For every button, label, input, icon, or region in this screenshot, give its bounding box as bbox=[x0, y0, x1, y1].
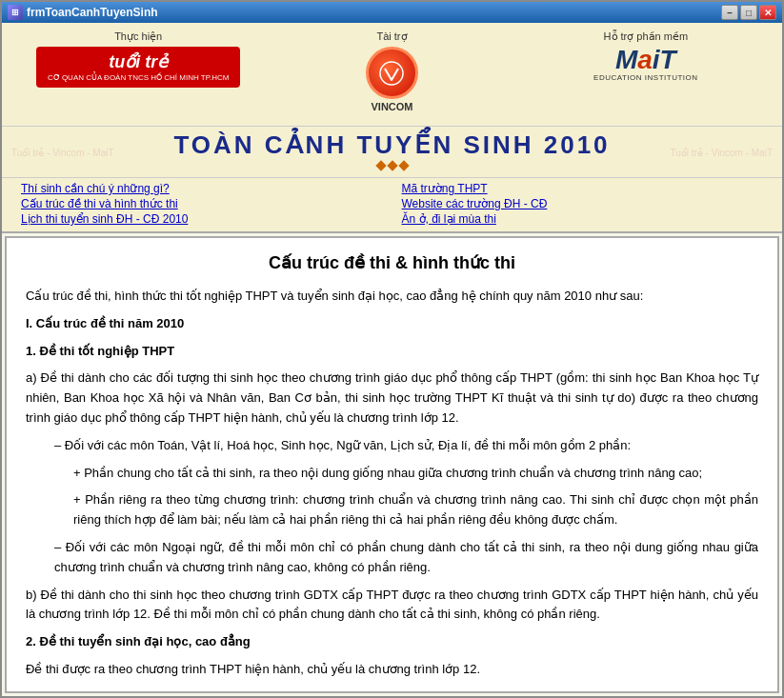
main-window: ⊞ frmToanCanhTuyenSinh – □ ✕ Thực hiện t… bbox=[0, 0, 784, 698]
nav-link-5[interactable]: Website các trường ĐH - CĐ bbox=[402, 197, 764, 210]
maximize-button[interactable]: □ bbox=[740, 5, 757, 20]
svg-point-0 bbox=[380, 62, 403, 85]
article-intro: Cấu trúc đề thi, hình thức thi tốt nghiệ… bbox=[26, 287, 758, 307]
section1-title: I. Cấu trúc đề thi năm 2010 bbox=[26, 314, 758, 334]
mait-subtitle: EDUCATION INSTITUTION bbox=[593, 73, 697, 82]
mait-sponsor: Hỗ trợ phần mềm MaiT EDUCATION INSTITUTI… bbox=[519, 30, 773, 82]
thuc-hien-label: Thực hiện bbox=[114, 30, 162, 43]
tuoitre-sponsor: Thực hiện tuổi trẻ CƠ QUAN CỦA ĐOÀN TNCS… bbox=[11, 30, 265, 88]
window-title: frmToanCanhTuyenSinh bbox=[27, 6, 158, 19]
minimize-button[interactable]: – bbox=[721, 5, 738, 20]
app-icon: ⊞ bbox=[8, 5, 23, 20]
ho-tro-label: Hỗ trợ phần mềm bbox=[604, 30, 689, 43]
close-button[interactable]: ✕ bbox=[759, 5, 776, 20]
plus2: + Phần riêng ra theo từng chương trình: … bbox=[73, 490, 758, 530]
nav-link-1[interactable]: Thí sinh cần chú ý những gì? bbox=[21, 182, 383, 195]
main-title-section: Tuổi trẻ - Vincom - MaiT TOÀN CẢNH TUYỂN… bbox=[2, 127, 782, 178]
dash1: – Đối với các môn Toán, Vật lí, Hoá học,… bbox=[54, 436, 758, 456]
plus1: + Phần chung cho tất cả thi sinh, ra the… bbox=[73, 464, 758, 484]
sponsors-row: Thực hiện tuổi trẻ CƠ QUAN CỦA ĐOÀN TNCS… bbox=[11, 30, 773, 112]
dash2: – Đối với các môn Ngoại ngữ, đề thi mỗi … bbox=[54, 538, 758, 578]
section1-sub2: 2. Đề thi tuyển sinh đại học, cao đẳng bbox=[26, 632, 758, 652]
diamond-icon-3 bbox=[398, 160, 409, 170]
para-b: b) Đề thi dành cho thi sinh học theo chư… bbox=[26, 586, 758, 626]
nav-link-6[interactable]: Ăn ở, đi lại mùa thi bbox=[402, 212, 764, 226]
header-section: Thực hiện tuổi trẻ CƠ QUAN CỦA ĐOÀN TNCS… bbox=[2, 23, 782, 127]
vincom-logo: VINCOM bbox=[366, 47, 418, 112]
title-bar: ⊞ frmToanCanhTuyenSinh – □ ✕ bbox=[2, 2, 782, 23]
vincom-circle-icon bbox=[366, 47, 418, 99]
watermark-right: Tuổi trẻ - Vincom - MaiT bbox=[670, 147, 773, 157]
para-c: Đề thi được ra theo chương trình THPT hi… bbox=[26, 660, 758, 680]
nav-section: Thí sinh cần chú ý những gì? Mã trường T… bbox=[2, 178, 782, 233]
main-title: TOÀN CẢNH TUYỂN SINH 2010 bbox=[2, 130, 782, 160]
title-decoration bbox=[2, 162, 782, 170]
vincom-sponsor: Tài trợ VINCOM bbox=[265, 30, 518, 112]
watermark-left: Tuổi trẻ - Vincom - MaiT bbox=[11, 147, 114, 157]
mait-text: MaiT bbox=[615, 47, 676, 73]
nav-link-4[interactable]: Mã trường THPT bbox=[402, 182, 764, 195]
section1-sub1: 1. Đề thi tốt nghiệp THPT bbox=[26, 342, 758, 362]
main-content[interactable]: Cấu trúc đề thi & hình thức thi Cấu trúc… bbox=[5, 236, 779, 693]
title-bar-buttons: – □ ✕ bbox=[721, 5, 776, 20]
article-body: Cấu trúc đề thi, hình thức thi tốt nghiệ… bbox=[26, 287, 758, 680]
mait-logo: MaiT EDUCATION INSTITUTION bbox=[593, 47, 697, 82]
vincom-text: VINCOM bbox=[371, 101, 412, 112]
para-a: a) Đề thi dành cho các đối tượng thi sin… bbox=[26, 369, 758, 428]
nav-link-2[interactable]: Cấu trúc đề thi và hình thức thi bbox=[21, 197, 383, 210]
title-bar-left: ⊞ frmToanCanhTuyenSinh bbox=[8, 5, 158, 20]
article-title: Cấu trúc đề thi & hình thức thi bbox=[26, 252, 758, 273]
content-area: Thực hiện tuổi trẻ CƠ QUAN CỦA ĐOÀN TNCS… bbox=[2, 23, 782, 696]
nav-link-3[interactable]: Lịch thi tuyển sinh ĐH - CĐ 2010 bbox=[21, 212, 383, 226]
tai-tro-label: Tài trợ bbox=[376, 30, 407, 43]
diamond-icon-2 bbox=[387, 160, 397, 170]
tuoitre-logo: tuổi trẻ CƠ QUAN CỦA ĐOÀN TNCS HỒ CHÍ MI… bbox=[36, 47, 241, 88]
diamond-icon-1 bbox=[375, 160, 386, 170]
